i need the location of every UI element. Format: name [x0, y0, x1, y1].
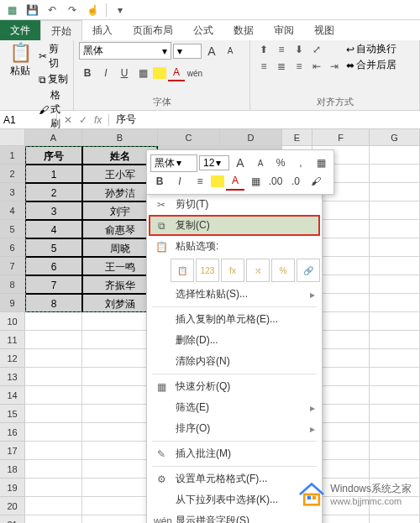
mini-percent-icon[interactable]: % — [271, 154, 290, 172]
row-header[interactable]: 5 — [0, 220, 25, 238]
cancel-icon[interactable]: ✕ — [64, 114, 72, 126]
formula-input[interactable]: 序号 — [109, 111, 143, 128]
row-header[interactable]: 19 — [0, 479, 25, 497]
redo-icon[interactable]: ↷ — [64, 2, 81, 18]
mini-bold-button[interactable]: B — [150, 172, 169, 191]
menu-filter[interactable]: 筛选(E)▸ — [149, 397, 320, 418]
phonetic-button[interactable]: wén — [186, 65, 203, 81]
cell[interactable]: 3 — [25, 201, 82, 220]
save-icon[interactable]: 💾 — [24, 2, 40, 18]
cell[interactable] — [370, 146, 420, 165]
mini-grow-font-icon[interactable]: A — [231, 154, 249, 172]
bold-button[interactable]: B — [79, 65, 96, 81]
row-header[interactable]: 17 — [0, 442, 25, 460]
wrap-text-button[interactable]: ↩自动换行 — [346, 42, 396, 56]
mini-shrink-font-icon[interactable]: A — [251, 154, 270, 172]
mini-comma-icon[interactable]: , — [291, 154, 310, 172]
align-center-icon[interactable]: ≣ — [273, 59, 290, 74]
paste-opt-link[interactable]: 🔗 — [297, 259, 320, 282]
mini-merge-icon[interactable]: ▦ — [312, 154, 330, 172]
mini-fill-icon[interactable] — [211, 175, 224, 187]
menu-format-cells[interactable]: ⚙设置单元格格式(F)... — [149, 468, 320, 489]
tab-review[interactable]: 审阅 — [264, 20, 304, 40]
cell[interactable] — [25, 442, 82, 460]
menu-paste-special[interactable]: 选择性粘贴(S)...▸ — [149, 284, 320, 305]
cell[interactable] — [370, 460, 420, 479]
row-header[interactable]: 11 — [0, 331, 25, 349]
mini-painter-icon[interactable]: 🖌 — [307, 172, 325, 191]
cell[interactable] — [25, 515, 82, 523]
paste-opt-values[interactable]: 123 — [196, 259, 219, 282]
cell[interactable]: 序号 — [25, 146, 82, 165]
paste-opt-transpose[interactable]: ⤭ — [246, 259, 270, 282]
menu-sort[interactable]: 排序(O)▸ — [149, 418, 320, 439]
row-header[interactable]: 16 — [0, 423, 25, 442]
font-size-select[interactable]: ▾ — [173, 44, 202, 59]
fill-color-button[interactable] — [153, 67, 166, 79]
font-name-select[interactable]: 黑体▾ — [79, 42, 171, 60]
row-header[interactable]: 7 — [0, 257, 25, 275]
tab-view[interactable]: 视图 — [304, 20, 344, 40]
qat-more-icon[interactable]: ▾ — [112, 2, 129, 18]
select-all-corner[interactable] — [0, 129, 25, 146]
row-header[interactable]: 8 — [0, 275, 25, 294]
menu-clear[interactable]: 清除内容(N) — [149, 351, 320, 372]
orientation-icon[interactable]: ⤢ — [308, 42, 325, 57]
row-header[interactable]: 3 — [0, 183, 25, 201]
fx-icon[interactable]: fx — [94, 114, 102, 126]
row-header[interactable]: 15 — [0, 405, 25, 423]
mini-align-icon[interactable]: ≡ — [191, 172, 209, 191]
row-header[interactable]: 13 — [0, 368, 25, 386]
tab-home[interactable]: 开始 — [40, 20, 82, 40]
shrink-font-icon[interactable]: A — [222, 43, 239, 60]
cell[interactable]: 8 — [25, 294, 82, 312]
cell[interactable] — [25, 331, 82, 349]
cell[interactable] — [370, 423, 420, 442]
tab-layout[interactable]: 页面布局 — [123, 20, 183, 40]
cell[interactable] — [25, 405, 82, 423]
cell[interactable] — [370, 331, 420, 349]
cell[interactable] — [370, 368, 420, 386]
cell[interactable]: 7 — [25, 275, 82, 294]
row-header[interactable]: 6 — [0, 238, 25, 257]
cell[interactable]: 4 — [25, 220, 82, 238]
cell[interactable] — [370, 515, 420, 523]
col-header-g[interactable]: G — [370, 129, 420, 146]
cell[interactable] — [25, 312, 82, 331]
col-header-c[interactable]: C — [158, 129, 220, 146]
cell[interactable] — [370, 349, 420, 368]
cell[interactable] — [370, 220, 420, 238]
cell[interactable] — [25, 460, 82, 479]
col-header-e[interactable]: E — [282, 129, 312, 146]
align-left-icon[interactable]: ≡ — [255, 59, 272, 74]
font-color-button[interactable]: A — [168, 65, 185, 81]
cell[interactable] — [370, 386, 420, 405]
cell[interactable] — [25, 386, 82, 405]
cell[interactable] — [370, 165, 420, 183]
row-header[interactable]: 14 — [0, 386, 25, 405]
row-header[interactable]: 18 — [0, 460, 25, 479]
menu-cut[interactable]: ✂剪切(T) — [149, 194, 320, 215]
col-header-f[interactable]: F — [312, 129, 370, 146]
mini-font-select[interactable]: 黑体▾ — [150, 154, 197, 172]
cell[interactable]: 6 — [25, 257, 82, 275]
row-header[interactable]: 2 — [0, 165, 25, 183]
cell[interactable] — [25, 368, 82, 386]
cell[interactable] — [370, 442, 420, 460]
align-top-icon[interactable]: ⬆ — [255, 42, 272, 57]
mini-border-icon[interactable]: ▦ — [246, 172, 265, 191]
cell[interactable]: 2 — [25, 183, 82, 201]
cell[interactable]: 5 — [25, 238, 82, 257]
merge-center-button[interactable]: ⬌合并后居 — [346, 58, 396, 72]
cell[interactable] — [370, 275, 420, 294]
row-header[interactable]: 4 — [0, 201, 25, 220]
cell[interactable]: 1 — [25, 165, 82, 183]
underline-button[interactable]: U — [116, 65, 133, 81]
cell[interactable] — [25, 423, 82, 442]
copy-button[interactable]: ⧉复制 — [39, 72, 68, 86]
grow-font-icon[interactable]: A — [203, 43, 220, 60]
cell[interactable] — [370, 183, 420, 201]
paste-opt-default[interactable]: 📋 — [171, 259, 194, 282]
row-header[interactable]: 9 — [0, 294, 25, 312]
mini-decimal-dec-icon[interactable]: .0 — [286, 172, 305, 191]
